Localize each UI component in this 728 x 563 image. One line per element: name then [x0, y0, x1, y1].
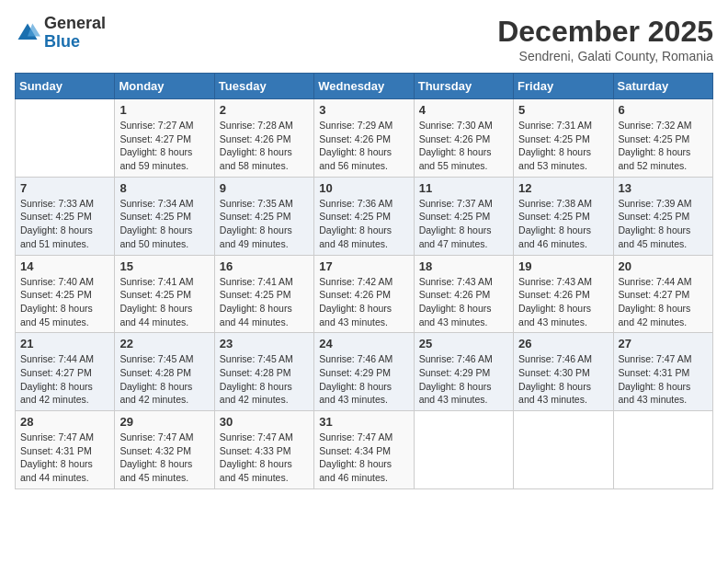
calendar-cell: 22Sunrise: 7:45 AM Sunset: 4:28 PM Dayli… [115, 333, 214, 411]
day-number: 24 [319, 337, 408, 350]
day-number: 29 [119, 415, 209, 429]
calendar-cell [414, 411, 513, 489]
calendar-cell: 13Sunrise: 7:39 AM Sunset: 4:25 PM Dayli… [613, 177, 712, 255]
day-number: 22 [119, 337, 209, 350]
calendar-cell: 17Sunrise: 7:42 AM Sunset: 4:26 PM Dayli… [314, 255, 414, 333]
page-header: General Blue December 2025 Sendreni, Gal… [15, 15, 713, 63]
day-number: 23 [220, 337, 309, 350]
day-number: 10 [319, 181, 408, 195]
week-row-5: 28Sunrise: 7:47 AM Sunset: 4:31 PM Dayli… [16, 411, 713, 489]
day-number: 21 [20, 337, 109, 350]
day-number: 9 [220, 181, 309, 195]
logo-icon [15, 20, 40, 46]
calendar-cell: 6Sunrise: 7:32 AM Sunset: 4:25 PM Daylig… [613, 99, 712, 178]
week-row-2: 7Sunrise: 7:33 AM Sunset: 4:25 PM Daylig… [16, 177, 713, 255]
day-number: 14 [20, 259, 109, 273]
day-info: Sunrise: 7:39 AM Sunset: 4:25 PM Dayligh… [619, 197, 708, 251]
day-info: Sunrise: 7:44 AM Sunset: 4:27 PM Dayligh… [20, 352, 109, 407]
day-info: Sunrise: 7:32 AM Sunset: 4:25 PM Dayligh… [619, 119, 708, 173]
location-subtitle: Sendreni, Galati County, Romania [497, 49, 713, 63]
calendar-cell: 27Sunrise: 7:47 AM Sunset: 4:31 PM Dayli… [613, 333, 712, 411]
calendar-cell: 2Sunrise: 7:28 AM Sunset: 4:26 PM Daylig… [214, 99, 313, 178]
calendar-cell: 16Sunrise: 7:41 AM Sunset: 4:25 PM Dayli… [214, 255, 313, 333]
day-info: Sunrise: 7:44 AM Sunset: 4:27 PM Dayligh… [619, 275, 708, 329]
calendar-cell [16, 99, 115, 178]
day-number: 11 [419, 181, 508, 195]
day-info: Sunrise: 7:43 AM Sunset: 4:26 PM Dayligh… [518, 275, 608, 329]
day-info: Sunrise: 7:47 AM Sunset: 4:31 PM Dayligh… [619, 352, 708, 407]
calendar-table: SundayMondayTuesdayWednesdayThursdayFrid… [15, 73, 713, 489]
day-info: Sunrise: 7:43 AM Sunset: 4:26 PM Dayligh… [419, 275, 508, 329]
day-number: 30 [220, 415, 309, 429]
day-number: 12 [518, 181, 608, 195]
calendar-cell: 25Sunrise: 7:46 AM Sunset: 4:29 PM Dayli… [414, 333, 513, 411]
day-number: 6 [619, 103, 708, 117]
calendar-cell: 5Sunrise: 7:31 AM Sunset: 4:25 PM Daylig… [514, 99, 613, 178]
calendar-cell: 9Sunrise: 7:35 AM Sunset: 4:25 PM Daylig… [214, 177, 313, 255]
day-info: Sunrise: 7:36 AM Sunset: 4:25 PM Dayligh… [319, 197, 408, 251]
calendar-cell: 24Sunrise: 7:46 AM Sunset: 4:29 PM Dayli… [314, 333, 414, 411]
day-header-sunday: Sunday [16, 74, 115, 99]
day-info: Sunrise: 7:40 AM Sunset: 4:25 PM Dayligh… [20, 275, 109, 329]
day-info: Sunrise: 7:29 AM Sunset: 4:26 PM Dayligh… [319, 119, 408, 173]
calendar-cell: 20Sunrise: 7:44 AM Sunset: 4:27 PM Dayli… [613, 255, 712, 333]
week-row-4: 21Sunrise: 7:44 AM Sunset: 4:27 PM Dayli… [16, 333, 713, 411]
day-info: Sunrise: 7:41 AM Sunset: 4:25 PM Dayligh… [220, 275, 309, 329]
calendar-cell: 26Sunrise: 7:46 AM Sunset: 4:30 PM Dayli… [514, 333, 613, 411]
day-info: Sunrise: 7:45 AM Sunset: 4:28 PM Dayligh… [220, 352, 309, 407]
day-number: 8 [119, 181, 209, 195]
logo-general-text: General [44, 14, 106, 32]
day-header-wednesday: Wednesday [314, 74, 414, 99]
day-number: 16 [220, 259, 309, 273]
day-number: 31 [319, 415, 408, 429]
calendar-cell [613, 411, 712, 489]
day-info: Sunrise: 7:46 AM Sunset: 4:29 PM Dayligh… [419, 352, 508, 407]
day-header-saturday: Saturday [613, 74, 712, 99]
day-number: 7 [20, 181, 109, 195]
calendar-cell: 8Sunrise: 7:34 AM Sunset: 4:25 PM Daylig… [115, 177, 214, 255]
day-number: 15 [119, 259, 209, 273]
day-info: Sunrise: 7:41 AM Sunset: 4:25 PM Dayligh… [119, 275, 209, 329]
day-number: 3 [319, 103, 408, 117]
day-info: Sunrise: 7:46 AM Sunset: 4:29 PM Dayligh… [319, 352, 408, 407]
logo: General Blue [15, 15, 106, 52]
day-info: Sunrise: 7:45 AM Sunset: 4:28 PM Dayligh… [119, 352, 209, 407]
day-info: Sunrise: 7:47 AM Sunset: 4:33 PM Dayligh… [220, 431, 309, 485]
day-number: 17 [319, 259, 408, 273]
calendar-cell: 19Sunrise: 7:43 AM Sunset: 4:26 PM Dayli… [514, 255, 613, 333]
calendar-cell: 1Sunrise: 7:27 AM Sunset: 4:27 PM Daylig… [115, 99, 214, 178]
day-info: Sunrise: 7:47 AM Sunset: 4:34 PM Dayligh… [319, 431, 408, 485]
day-number: 19 [518, 259, 608, 273]
day-info: Sunrise: 7:28 AM Sunset: 4:26 PM Dayligh… [220, 119, 309, 173]
logo-blue-text: Blue [44, 32, 80, 51]
day-info: Sunrise: 7:46 AM Sunset: 4:30 PM Dayligh… [518, 352, 608, 407]
day-header-friday: Friday [514, 74, 613, 99]
day-info: Sunrise: 7:35 AM Sunset: 4:25 PM Dayligh… [220, 197, 309, 251]
day-info: Sunrise: 7:31 AM Sunset: 4:25 PM Dayligh… [518, 119, 608, 173]
calendar-cell: 10Sunrise: 7:36 AM Sunset: 4:25 PM Dayli… [314, 177, 414, 255]
calendar-cell: 14Sunrise: 7:40 AM Sunset: 4:25 PM Dayli… [16, 255, 115, 333]
calendar-cell: 11Sunrise: 7:37 AM Sunset: 4:25 PM Dayli… [414, 177, 513, 255]
calendar-cell: 21Sunrise: 7:44 AM Sunset: 4:27 PM Dayli… [16, 333, 115, 411]
calendar-cell: 29Sunrise: 7:47 AM Sunset: 4:32 PM Dayli… [115, 411, 214, 489]
day-number: 26 [518, 337, 608, 350]
week-row-3: 14Sunrise: 7:40 AM Sunset: 4:25 PM Dayli… [16, 255, 713, 333]
day-info: Sunrise: 7:37 AM Sunset: 4:25 PM Dayligh… [419, 197, 508, 251]
calendar-cell: 12Sunrise: 7:38 AM Sunset: 4:25 PM Dayli… [514, 177, 613, 255]
calendar-cell: 23Sunrise: 7:45 AM Sunset: 4:28 PM Dayli… [214, 333, 313, 411]
day-header-tuesday: Tuesday [214, 74, 313, 99]
calendar-cell: 31Sunrise: 7:47 AM Sunset: 4:34 PM Dayli… [314, 411, 414, 489]
day-info: Sunrise: 7:27 AM Sunset: 4:27 PM Dayligh… [119, 119, 209, 173]
day-number: 28 [20, 415, 109, 429]
day-info: Sunrise: 7:47 AM Sunset: 4:31 PM Dayligh… [20, 431, 109, 485]
day-number: 5 [518, 103, 608, 117]
day-number: 2 [220, 103, 309, 117]
day-number: 27 [619, 337, 708, 350]
day-number: 25 [419, 337, 508, 350]
title-block: December 2025 Sendreni, Galati County, R… [497, 15, 713, 63]
calendar-cell: 28Sunrise: 7:47 AM Sunset: 4:31 PM Dayli… [16, 411, 115, 489]
calendar-cell: 3Sunrise: 7:29 AM Sunset: 4:26 PM Daylig… [314, 99, 414, 178]
week-row-1: 1Sunrise: 7:27 AM Sunset: 4:27 PM Daylig… [16, 99, 713, 178]
day-info: Sunrise: 7:47 AM Sunset: 4:32 PM Dayligh… [119, 431, 209, 485]
month-title: December 2025 [497, 15, 713, 49]
